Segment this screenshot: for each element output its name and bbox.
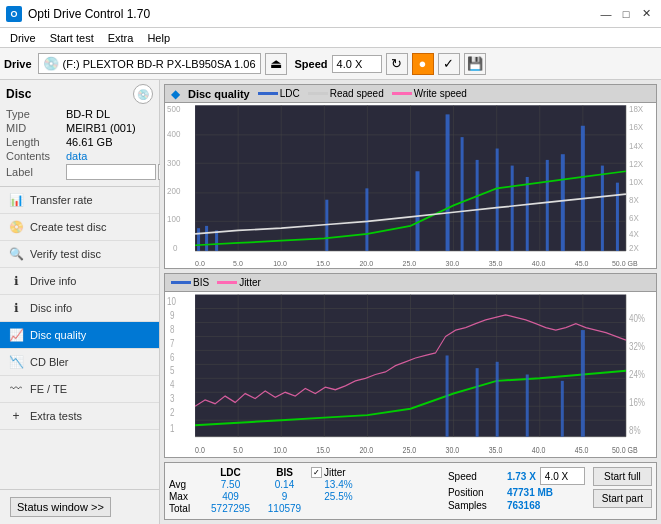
menu-drive[interactable]: Drive <box>4 31 42 45</box>
jitter-checkbox[interactable]: ✓ <box>311 467 322 478</box>
disc-quality-icon: 📈 <box>8 327 24 343</box>
svg-text:50.0 GB: 50.0 GB <box>612 445 638 455</box>
svg-rect-30 <box>581 126 585 251</box>
max-ldc: 409 <box>203 491 258 502</box>
svg-text:5.0: 5.0 <box>233 258 243 268</box>
nav-cd-bler[interactable]: 📉 CD Bler <box>0 349 159 376</box>
ldc-legend-label: LDC <box>280 88 300 99</box>
nav-disc-info[interactable]: ℹ Disc info <box>0 295 159 322</box>
start-full-button[interactable]: Start full <box>593 467 652 486</box>
cd-bler-icon: 📉 <box>8 354 24 370</box>
label-label: Label <box>6 166 66 178</box>
chart1-icon: ◆ <box>171 87 180 101</box>
nav-create-test-disc[interactable]: 📀 Create test disc <box>0 214 159 241</box>
type-value: BD-R DL <box>66 108 110 120</box>
svg-rect-25 <box>496 149 499 251</box>
menu-extra[interactable]: Extra <box>102 31 140 45</box>
svg-text:45.0: 45.0 <box>575 445 589 455</box>
svg-text:6X: 6X <box>629 213 639 224</box>
save-button[interactable]: 💾 <box>464 53 486 75</box>
svg-rect-17 <box>205 226 208 251</box>
menu-start-test[interactable]: Start test <box>44 31 100 45</box>
svg-text:200: 200 <box>167 186 181 197</box>
close-button[interactable]: ✕ <box>637 5 655 23</box>
disc-header: Disc 💿 <box>6 84 153 104</box>
svg-text:1: 1 <box>170 423 174 434</box>
nav-extra-tests[interactable]: + Extra tests <box>0 403 159 430</box>
svg-text:2X: 2X <box>629 242 639 253</box>
read-legend-color <box>308 92 328 95</box>
svg-text:30.0: 30.0 <box>446 445 460 455</box>
svg-text:45.0: 45.0 <box>575 258 589 268</box>
drive-select[interactable]: 💿 (F:) PLEXTOR BD-R PX-LB950SA 1.06 <box>38 53 261 74</box>
nav-disc-quality[interactable]: 📈 Disc quality <box>0 322 159 349</box>
nav-drive-info[interactable]: ℹ Drive info <box>0 268 159 295</box>
nav-transfer-rate[interactable]: 📊 Transfer rate <box>0 187 159 214</box>
disc-info-icon: ℹ <box>8 300 24 316</box>
svg-text:14X: 14X <box>629 140 644 151</box>
status-window-button[interactable]: Status window >> <box>10 497 111 517</box>
write-legend-label: Write speed <box>414 88 467 99</box>
eject-button[interactable]: ⏏ <box>265 53 287 75</box>
svg-text:5.0: 5.0 <box>233 445 243 455</box>
label-input[interactable] <box>66 164 156 180</box>
verify-button[interactable]: ✓ <box>438 53 460 75</box>
app-icon: O <box>6 6 22 22</box>
ldc-legend-color <box>258 92 278 95</box>
samples-row: Samples 763168 <box>448 500 585 511</box>
nav-label-create-test-disc: Create test disc <box>30 221 106 233</box>
speed-select[interactable]: 4.0 X <box>332 55 382 73</box>
jitter-check[interactable]: ✓ Jitter <box>311 467 346 478</box>
refresh-button[interactable]: ↻ <box>386 53 408 75</box>
svg-text:16%: 16% <box>629 397 645 408</box>
nav-label-drive-info: Drive info <box>30 275 76 287</box>
speed-select-stats[interactable]: 4.0 X <box>540 467 585 485</box>
transfer-rate-icon: 📊 <box>8 192 24 208</box>
svg-rect-84 <box>561 381 564 437</box>
svg-rect-82 <box>496 362 499 437</box>
svg-text:5: 5 <box>170 366 174 377</box>
svg-rect-81 <box>476 368 479 437</box>
svg-rect-27 <box>526 177 529 251</box>
svg-text:400: 400 <box>167 129 181 140</box>
svg-text:16X: 16X <box>629 122 644 133</box>
svg-rect-18 <box>215 230 218 250</box>
maximize-button[interactable]: □ <box>617 5 635 23</box>
svg-text:0.0: 0.0 <box>195 258 205 268</box>
svg-text:0: 0 <box>173 242 178 253</box>
svg-text:50.0 GB: 50.0 GB <box>612 258 638 268</box>
position-row: Position 47731 MB <box>448 487 585 498</box>
stats-max-row: Max 409 9 25.5% <box>169 491 440 502</box>
speed-label-s: Speed <box>448 471 503 482</box>
status-window-area: Status window >> <box>0 489 159 524</box>
disc-title: Disc <box>6 87 31 101</box>
disc-icon-btn[interactable]: 💿 <box>133 84 153 104</box>
main-area: Disc 💿 Type BD-R DL MID MEIRB1 (001) Len… <box>0 80 661 524</box>
svg-text:6: 6 <box>170 352 174 363</box>
minimize-button[interactable]: — <box>597 5 615 23</box>
disc-section: Disc 💿 Type BD-R DL MID MEIRB1 (001) Len… <box>0 80 159 187</box>
length-label: Length <box>6 136 66 148</box>
right-buttons: Start full Start part <box>593 467 652 508</box>
start-part-button[interactable]: Start part <box>593 489 652 508</box>
burn-button[interactable]: ● <box>412 53 434 75</box>
svg-text:2: 2 <box>170 408 174 419</box>
svg-text:8%: 8% <box>629 425 641 436</box>
svg-rect-24 <box>476 160 479 251</box>
svg-text:0.0: 0.0 <box>195 445 205 455</box>
svg-text:500: 500 <box>167 104 181 115</box>
nav-label-disc-quality: Disc quality <box>30 329 86 341</box>
nav-label-extra-tests: Extra tests <box>30 410 82 422</box>
speed-stats: Speed 1.73 X 4.0 X Position 47731 MB Sam… <box>448 467 585 511</box>
contents-label: Contents <box>6 150 66 162</box>
chart1-legend-read: Read speed <box>308 88 384 99</box>
jitter-label: Jitter <box>324 467 346 478</box>
nav-verify-test-disc[interactable]: 🔍 Verify test disc <box>0 241 159 268</box>
svg-rect-28 <box>546 160 549 251</box>
nav-fe-te[interactable]: 〰 FE / TE <box>0 376 159 403</box>
svg-text:10.0: 10.0 <box>273 258 287 268</box>
right-panel: ◆ Disc quality LDC Read speed Write spee… <box>160 80 661 524</box>
nav-label-verify-test-disc: Verify test disc <box>30 248 101 260</box>
svg-text:40.0: 40.0 <box>532 445 546 455</box>
menu-help[interactable]: Help <box>141 31 176 45</box>
